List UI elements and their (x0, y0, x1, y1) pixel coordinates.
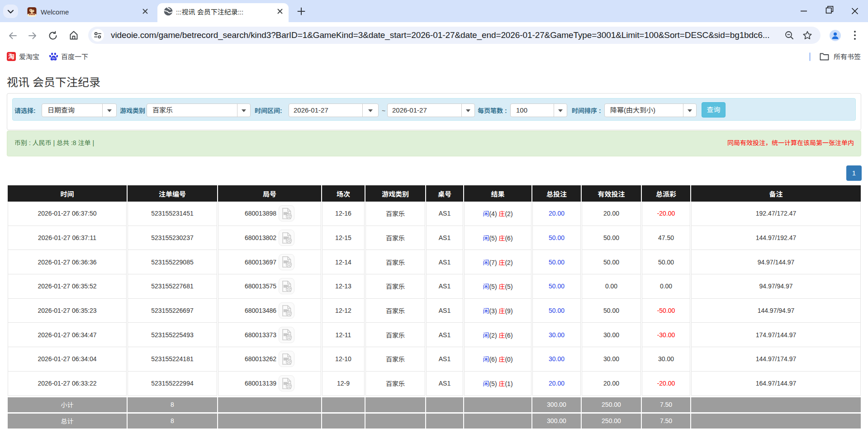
svg-text:du: du (52, 57, 56, 60)
